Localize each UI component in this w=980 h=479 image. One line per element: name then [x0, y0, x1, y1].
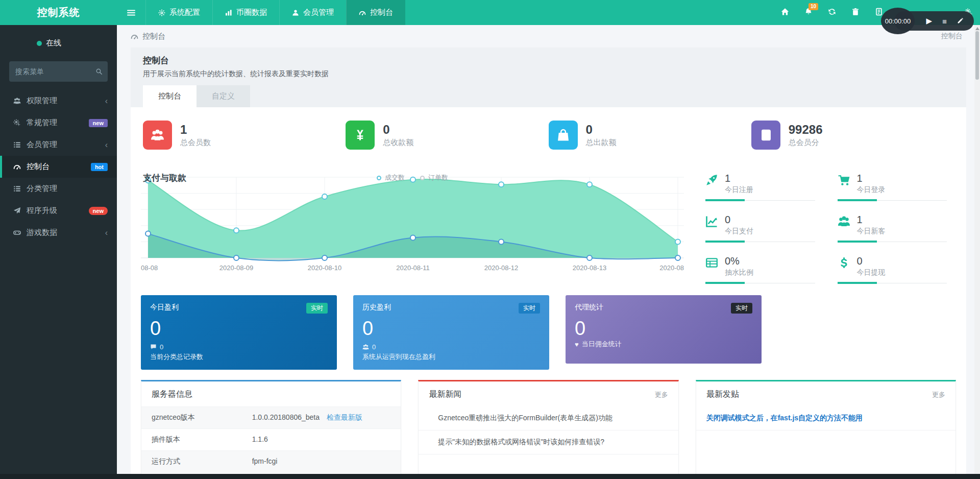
quick-stat-value: 1: [857, 213, 886, 226]
news-item[interactable]: Gznetceo重磅推出强大的FormBuilder(表单生成器)功能: [419, 406, 678, 430]
gauge-icon: [359, 9, 366, 16]
user-icon: [292, 9, 299, 16]
cart-icon: [838, 174, 850, 186]
sidebar-toggle-button[interactable]: [117, 0, 145, 25]
legend-item[interactable]: 成交数: [377, 173, 405, 182]
play-icon[interactable]: ▶: [926, 16, 932, 26]
sidebar-item[interactable]: 会员管理‹: [0, 134, 117, 156]
card-description: ♥当日佣金统计: [575, 340, 752, 349]
quick-stat-label: 今日注册: [725, 185, 753, 195]
list-icon: [13, 141, 21, 149]
check-latest-link[interactable]: 检查最新版: [327, 413, 362, 422]
nav-item[interactable]: 系统配置: [145, 0, 212, 25]
sidebar-badge: new: [89, 207, 108, 215]
chevron-left-icon: ‹: [105, 97, 108, 105]
profit-card[interactable]: 代理统计 实时 0♥当日佣金统计: [566, 295, 762, 364]
notifications-bell-icon[interactable]: 10: [804, 8, 813, 17]
tab[interactable]: 控制台: [143, 85, 197, 107]
quick-stat-label: 今日支付: [725, 227, 753, 236]
sidebar-item[interactable]: 权限管理‹: [0, 90, 117, 112]
server-info-value: 1.0.0.20180806_beta: [252, 413, 320, 422]
refresh-icon[interactable]: [828, 8, 836, 17]
stat-icon: [346, 121, 375, 150]
stat-label: 总会员分: [789, 138, 823, 148]
sidebar-badge: new: [89, 119, 108, 127]
nav-item-label: 控制台: [370, 8, 393, 17]
plane-icon: [13, 207, 21, 214]
sidebar-item[interactable]: 控制台hot: [0, 156, 117, 178]
legend-marker-icon: [377, 176, 381, 180]
server-info-row: gznetceo版本 1.0.0.20180806_beta 检查最新版: [141, 406, 401, 428]
page-scrollbar[interactable]: [974, 25, 980, 479]
sidebar-item-label: 游戏数据: [27, 228, 57, 237]
quick-stat: 1 今日登录: [838, 172, 947, 201]
tab[interactable]: 自定义: [197, 85, 250, 107]
sidebar-item[interactable]: 程序升级new: [0, 200, 117, 222]
payments-chart: 支付与取款 成交数订单数 08-082020-08-092020-08-1020…: [141, 172, 684, 284]
gauge-icon: [13, 163, 21, 171]
svg-text:2020-08-10: 2020-08-10: [308, 264, 342, 272]
card-title: 历史盈利: [362, 303, 391, 312]
breadcrumb[interactable]: 控制台: [131, 32, 165, 41]
card-value: 0: [362, 319, 540, 338]
quick-stat-value: 0: [857, 255, 886, 267]
stat-label: 总收款额: [383, 138, 413, 148]
news-more-link[interactable]: 更多: [655, 390, 668, 399]
tab-content: 1 总会员数 0 总收款额 0 总出款额 99286 总会员分 支付与取款 成交…: [131, 107, 966, 479]
stat-label: 总会员数: [180, 138, 211, 148]
nav-item[interactable]: 币圈数据: [212, 0, 279, 25]
server-info-label: 运行方式: [152, 457, 252, 466]
bar-chart-icon: [225, 9, 232, 16]
area-chart-canvas[interactable]: 08-082020-08-092020-08-102020-08-112020-…: [141, 172, 684, 274]
nav-item-label: 系统配置: [169, 8, 200, 17]
home-icon[interactable]: [781, 8, 789, 17]
profit-card[interactable]: 历史盈利 实时 00系统从运营到现在总盈利: [353, 295, 549, 370]
sidebar-item[interactable]: 分类管理: [0, 178, 117, 200]
yen-icon: [353, 128, 367, 142]
card-description: 系统从运营到现在总盈利: [362, 352, 540, 362]
quick-stats-grid: 1 今日注册 1 今日登录 0 今日支付 1 今日新客 0% 抽水比例: [705, 172, 956, 284]
stat-card: 0 总出款额: [549, 121, 751, 150]
search-icon[interactable]: [95, 67, 103, 76]
users-icon: [362, 344, 369, 350]
stat-value: 0: [586, 123, 617, 137]
users-icon: [13, 97, 21, 105]
panel-header: 控制台 用于展示当前系统中的统计数据、统计报表及重要实时数据 控制台自定义: [131, 47, 966, 107]
chevron-left-icon: ‹: [105, 141, 108, 149]
users-icon: [838, 215, 850, 228]
chart-legend: 成交数订单数: [141, 173, 684, 182]
sidebar-item[interactable]: 常规管理new: [0, 112, 117, 134]
quick-stat-label: 今日提现: [857, 268, 886, 277]
quick-stat-value: 1: [725, 172, 753, 184]
quick-stat-label: 抽水比例: [725, 268, 753, 277]
nav-item-label: 会员管理: [303, 8, 334, 17]
nav-item[interactable]: 控制台: [346, 0, 405, 25]
hamburger-icon: [127, 9, 135, 17]
line-chart-icon: [705, 215, 718, 228]
realtime-badge: 实时: [519, 303, 540, 314]
online-dot-icon: [37, 41, 42, 46]
scrollbar-up-arrow-icon[interactable]: [975, 27, 979, 30]
nav-item[interactable]: 会员管理: [279, 0, 346, 25]
post-item[interactable]: 关闭调试模式之后，在fast.js自定义的方法不能用: [696, 406, 955, 430]
users-icon: [151, 128, 164, 142]
trash-icon[interactable]: [851, 8, 860, 17]
card-value: 0: [575, 319, 752, 338]
news-item[interactable]: 提示"未知的数据格式或网络错误"时该如何排查错误?: [419, 430, 678, 454]
top-navbar: 控制系统 系统配置币圈数据会员管理控制台 10: [0, 0, 980, 25]
legend-item[interactable]: 订单数: [420, 173, 448, 182]
bottom-panels-row: 服务器信息 gznetceo版本 1.0.0.20180806_beta 检查最…: [141, 380, 956, 479]
scrollbar-thumb[interactable]: [975, 31, 979, 80]
search-input[interactable]: [9, 61, 108, 82]
server-panel-title: 服务器信息: [152, 389, 192, 400]
cogs-icon: [13, 119, 21, 127]
stop-icon[interactable]: ■: [942, 17, 947, 26]
svg-text:2020-08-11: 2020-08-11: [396, 264, 430, 272]
posts-more-link[interactable]: 更多: [932, 390, 945, 399]
pencil-icon[interactable]: [957, 17, 964, 25]
sidebar-item[interactable]: 游戏数据‹: [0, 222, 117, 244]
profit-card[interactable]: 今日盈利 实时 00当前分类总记录数: [141, 295, 337, 370]
heart-icon: ♥: [575, 341, 579, 348]
chart-row: 支付与取款 成交数订单数 08-082020-08-092020-08-1020…: [141, 172, 956, 284]
tab-bar: 控制台自定义: [143, 85, 954, 107]
